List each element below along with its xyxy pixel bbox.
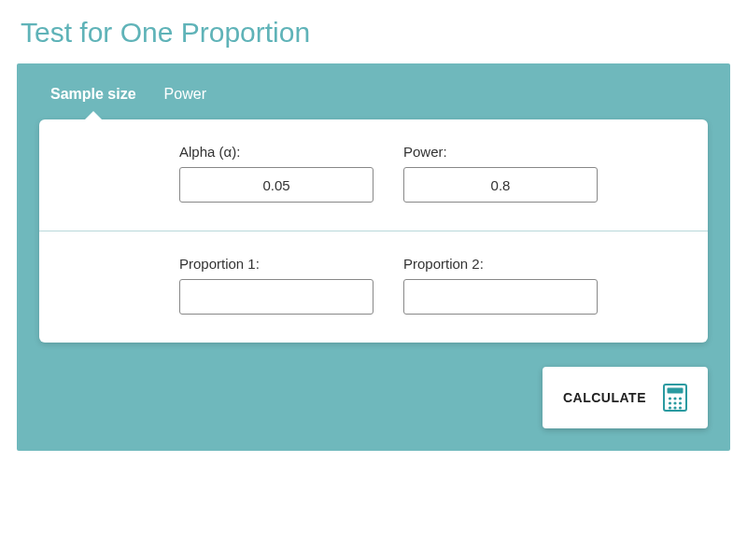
calculate-button[interactable]: CALCULATE bbox=[543, 367, 708, 428]
tabs: Sample size Power bbox=[39, 86, 708, 106]
svg-point-10 bbox=[679, 406, 682, 409]
row-bottom: Proportion 1: Proportion 2: bbox=[39, 231, 708, 343]
svg-point-9 bbox=[673, 406, 676, 409]
proportion1-input[interactable] bbox=[179, 279, 374, 315]
form-card: Alpha (α): Power: Proportion 1: Proporti… bbox=[39, 119, 708, 343]
svg-point-4 bbox=[679, 397, 682, 399]
page-title: Test for One Proportion bbox=[0, 0, 747, 63]
tab-sample-size[interactable]: Sample size bbox=[50, 86, 136, 106]
field-power: Power: bbox=[403, 144, 598, 203]
power-input[interactable] bbox=[403, 167, 598, 203]
svg-point-7 bbox=[679, 401, 682, 404]
svg-rect-1 bbox=[668, 388, 684, 394]
field-proportion1: Proportion 1: bbox=[179, 256, 374, 315]
svg-point-8 bbox=[669, 406, 671, 409]
alpha-label: Alpha (α): bbox=[179, 144, 374, 160]
calculate-label: CALCULATE bbox=[563, 390, 646, 405]
proportion2-label: Proportion 2: bbox=[403, 256, 598, 272]
main-panel: Sample size Power Alpha (α): Power: Prop… bbox=[17, 63, 730, 451]
svg-point-5 bbox=[669, 401, 671, 404]
proportion1-label: Proportion 1: bbox=[179, 256, 374, 272]
tab-power[interactable]: Power bbox=[164, 86, 206, 106]
svg-point-2 bbox=[669, 397, 671, 399]
actions: CALCULATE bbox=[39, 367, 708, 428]
field-proportion2: Proportion 2: bbox=[403, 256, 598, 315]
svg-point-3 bbox=[673, 397, 676, 399]
proportion2-input[interactable] bbox=[403, 279, 598, 315]
field-alpha: Alpha (α): bbox=[179, 144, 374, 203]
power-label: Power: bbox=[403, 144, 598, 160]
calculator-icon bbox=[663, 384, 687, 412]
svg-point-6 bbox=[673, 401, 676, 404]
row-top: Alpha (α): Power: bbox=[39, 119, 708, 231]
alpha-input[interactable] bbox=[179, 167, 374, 203]
